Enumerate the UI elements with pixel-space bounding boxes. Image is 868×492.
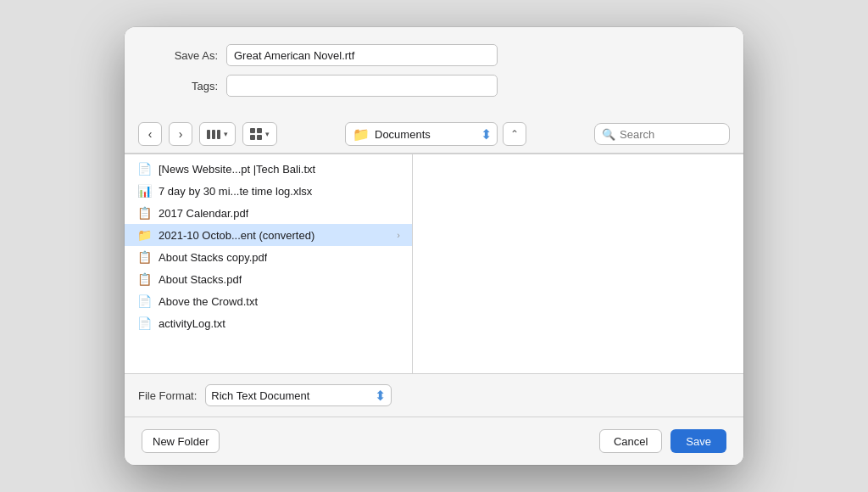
txt-icon: 📄 xyxy=(136,294,152,308)
file-list: 📄[News Website...pt |Tech Bali.txt📊7 day… xyxy=(125,154,413,373)
chevron-right-icon: › xyxy=(397,230,400,240)
save-dialog: Save As: Tags: ‹ › ▾ ▾ 📁 xyxy=(125,27,743,465)
location-dropdown[interactable]: 📁 Documents ⬍ xyxy=(345,122,498,146)
list-item[interactable]: 📄activityLog.txt xyxy=(125,312,412,334)
list-item[interactable]: 📄[News Website...pt |Tech Bali.txt xyxy=(125,158,412,180)
file-name: 7 day by 30 mi...te time log.xlsx xyxy=(159,185,312,198)
txt-icon: 📄 xyxy=(136,316,152,330)
folder-icon: 📁 xyxy=(136,228,152,242)
list-item[interactable]: 📋About Stacks.pdf xyxy=(125,268,412,290)
detail-pane xyxy=(413,154,743,373)
list-item[interactable]: 📊7 day by 30 mi...te time log.xlsx xyxy=(125,180,412,202)
cancel-button[interactable]: Cancel xyxy=(599,429,662,453)
search-box: 🔍 xyxy=(594,123,730,145)
search-input[interactable] xyxy=(620,128,722,141)
columns-view-button[interactable]: ▾ xyxy=(199,122,236,146)
file-browser: 📄[News Website...pt |Tech Bali.txt📊7 day… xyxy=(125,154,743,374)
format-section: File Format: Rich Text Document ⬍ xyxy=(125,374,743,417)
format-value: Rich Text Document xyxy=(211,389,370,402)
grid-view-button[interactable]: ▾ xyxy=(242,122,277,146)
format-label: File Format: xyxy=(138,389,197,402)
save-button[interactable]: Save xyxy=(670,429,726,453)
save-as-label: Save As: xyxy=(150,49,218,62)
location-label: Documents xyxy=(375,128,476,141)
file-name: About Stacks.pdf xyxy=(159,273,242,286)
bottom-bar: New Folder Cancel Save xyxy=(125,417,743,465)
save-as-row: Save As: xyxy=(150,44,718,66)
list-item[interactable]: 📄Above the Crowd.txt xyxy=(125,290,412,312)
folder-icon: 📁 xyxy=(353,126,370,143)
tags-row: Tags: xyxy=(150,75,718,97)
file-name: Above the Crowd.txt xyxy=(159,295,258,308)
new-folder-button[interactable]: New Folder xyxy=(142,429,220,453)
grid-icon xyxy=(250,128,262,140)
top-section: Save As: Tags: xyxy=(125,27,743,115)
format-stepper-icon: ⬍ xyxy=(375,388,386,404)
pdf-icon: 📋 xyxy=(136,272,152,286)
xlsx-icon: 📊 xyxy=(136,184,152,198)
toolbar: ‹ › ▾ ▾ 📁 Documents ⬍ ⌃ xyxy=(125,115,743,154)
file-name: activityLog.txt xyxy=(159,317,225,330)
list-item[interactable]: 📋2017 Calendar.pdf xyxy=(125,202,412,224)
file-name: About Stacks copy.pdf xyxy=(159,251,267,264)
grid-chevron-icon: ▾ xyxy=(265,130,270,138)
txt-icon: 📄 xyxy=(136,162,152,176)
tags-input[interactable] xyxy=(226,75,498,97)
file-name: 2017 Calendar.pdf xyxy=(159,207,248,220)
columns-icon xyxy=(207,130,220,139)
location-area: 📁 Documents ⬍ ⌃ xyxy=(284,122,587,146)
search-area: 🔍 xyxy=(594,123,730,145)
search-icon: 🔍 xyxy=(602,128,615,141)
list-item[interactable]: 📁2021-10 Octob...ent (converted)› xyxy=(125,224,412,246)
chevron-up-icon: ⌃ xyxy=(510,128,519,140)
forward-button[interactable]: › xyxy=(169,122,192,146)
back-button[interactable]: ‹ xyxy=(138,122,162,146)
collapse-button[interactable]: ⌃ xyxy=(503,122,526,146)
save-as-input[interactable] xyxy=(226,44,498,66)
stepper-icon: ⬍ xyxy=(481,126,492,143)
file-name: 2021-10 Octob...ent (converted) xyxy=(159,229,314,242)
pdf-icon: 📋 xyxy=(136,206,152,220)
format-dropdown[interactable]: Rich Text Document ⬍ xyxy=(205,384,392,406)
list-item[interactable]: 📋About Stacks copy.pdf xyxy=(125,246,412,268)
tags-label: Tags: xyxy=(150,80,218,92)
file-name: [News Website...pt |Tech Bali.txt xyxy=(159,163,315,176)
chevron-down-icon: ▾ xyxy=(224,130,228,138)
pdf-icon: 📋 xyxy=(136,250,152,264)
